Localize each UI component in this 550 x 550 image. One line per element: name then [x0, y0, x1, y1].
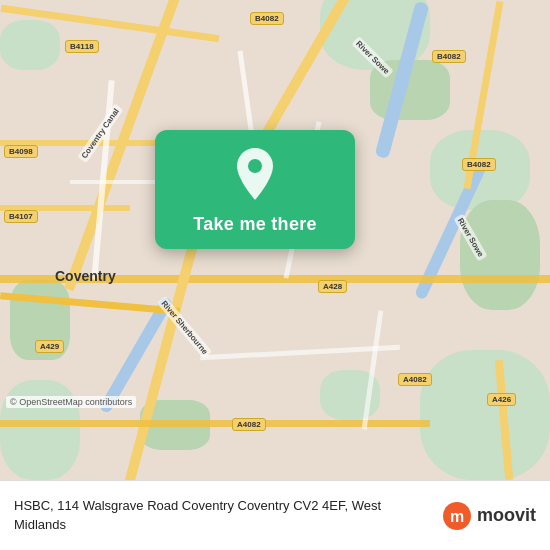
city-label-coventry: Coventry	[55, 268, 116, 284]
svg-point-0	[248, 159, 262, 173]
take-me-there-card[interactable]: Take me there	[155, 130, 355, 249]
park-area	[0, 20, 60, 70]
road-badge-b4098: B4098	[4, 145, 38, 158]
park-area	[0, 380, 80, 480]
osm-attribution: © OpenStreetMap contributors	[6, 396, 136, 408]
location-pin-icon	[231, 148, 279, 204]
park-area	[420, 350, 550, 480]
map-container: B4082 B4118 B4098 B4107 B4082 B4082 A428…	[0, 0, 550, 480]
road-badge-b4107: B4107	[4, 210, 38, 223]
take-me-there-label: Take me there	[193, 214, 317, 235]
moovit-logo: m moovit	[441, 500, 536, 532]
moovit-text: moovit	[477, 505, 536, 526]
road-badge-b4082-mid: B4082	[462, 158, 496, 171]
park-area	[460, 200, 540, 310]
info-bar: HSBC, 114 Walsgrave Road Coventry Covent…	[0, 480, 550, 550]
moovit-brand-icon: m	[441, 500, 473, 532]
address-text: HSBC, 114 Walsgrave Road Coventry Covent…	[14, 497, 431, 533]
road-badge-a4082-bot: A4082	[232, 418, 266, 431]
road-badge-b4082-right: B4082	[432, 50, 466, 63]
svg-text:m: m	[450, 508, 464, 525]
road-badge-a429: A429	[35, 340, 64, 353]
road-badge-b4082-top: B4082	[250, 12, 284, 25]
road-badge-a426: A426	[487, 393, 516, 406]
road-badge-a4082-right: A4082	[398, 373, 432, 386]
road-badge-b4118: B4118	[65, 40, 99, 53]
road-badge-a428: A428	[318, 280, 347, 293]
